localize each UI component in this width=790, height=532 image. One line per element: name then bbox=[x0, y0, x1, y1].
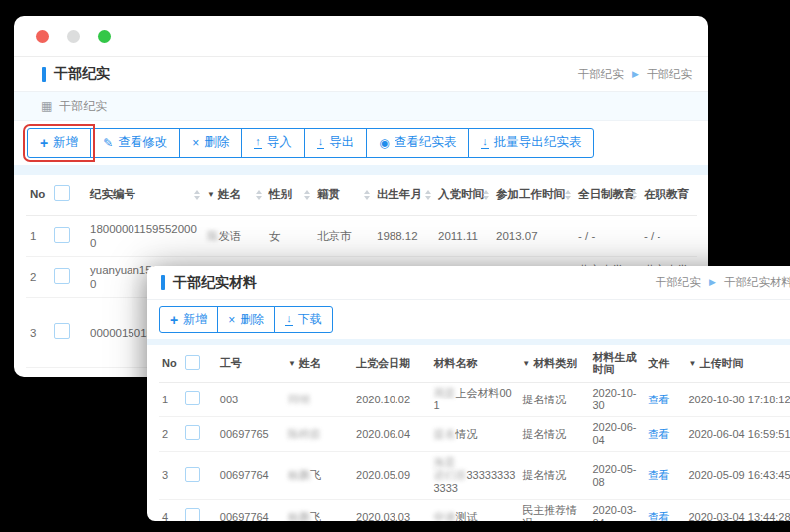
sort-icon[interactable] bbox=[565, 190, 571, 200]
import-button[interactable]: ↑导入 bbox=[241, 128, 305, 158]
table-cell: 提名情况 bbox=[519, 417, 589, 452]
row-checkbox[interactable] bbox=[185, 508, 200, 521]
table-cell: 民主推荐情况 bbox=[519, 500, 589, 522]
add-button[interactable]: +新增 bbox=[27, 128, 91, 158]
column-header-label: 姓名 bbox=[299, 357, 321, 369]
view-file-link[interactable]: 查看 bbox=[648, 394, 669, 405]
table-cell: 杨鹏飞 bbox=[285, 452, 353, 500]
column-header: No bbox=[26, 175, 50, 216]
table-cell: 同明 bbox=[285, 383, 353, 417]
breadcrumb-item[interactable]: 干部纪实 bbox=[578, 68, 624, 80]
table-cell: 陈梓弈 bbox=[285, 417, 353, 452]
table-cell: 陈发语 bbox=[203, 216, 265, 257]
redacted-text: 海是 bbox=[433, 456, 455, 468]
column-header: No bbox=[159, 345, 182, 383]
sort-icon[interactable] bbox=[194, 190, 200, 200]
view-file-link[interactable]: 查看 bbox=[648, 469, 669, 481]
column-header: 全日制教育 bbox=[574, 175, 640, 216]
table-cell: 3 bbox=[26, 298, 50, 368]
column-header-label: 全日制教育 bbox=[578, 188, 636, 200]
breadcrumb-item-current: 干部纪实材料 bbox=[724, 276, 790, 288]
filter-icon[interactable]: ▼ bbox=[207, 190, 215, 199]
table-cell: - / - bbox=[640, 216, 697, 257]
filter-icon[interactable]: ▼ bbox=[522, 359, 530, 368]
cell-text: 测试 bbox=[455, 511, 477, 522]
row-checkbox[interactable] bbox=[185, 391, 200, 405]
breadcrumb-item[interactable]: 干部纪实 bbox=[656, 276, 701, 288]
batch-export-record-table-button-label: 批量导出纪实表 bbox=[494, 134, 582, 151]
table-cell: 003 bbox=[217, 383, 285, 417]
column-header-label: 上党会日期 bbox=[356, 357, 410, 369]
filter-icon[interactable]: ▼ bbox=[288, 359, 296, 368]
delete-button[interactable]: ×删除 bbox=[217, 306, 275, 333]
view-edit-button[interactable]: ✎查看修改 bbox=[90, 128, 180, 158]
table-row: 400697764杨鹏飞2020.03.03申请测试民主推荐情况2020-03-… bbox=[159, 500, 790, 522]
column-header-label: 文件 bbox=[648, 357, 669, 369]
title-accent-bar bbox=[42, 67, 46, 82]
column-header: 籍贯 bbox=[313, 175, 373, 216]
view-file-link[interactable]: 查看 bbox=[648, 511, 669, 522]
download-icon: ↓ bbox=[481, 136, 489, 149]
table-cell: 周是上会材料001 bbox=[430, 383, 519, 417]
column-header-label: 入党时间 bbox=[438, 188, 484, 200]
row-checkbox[interactable] bbox=[54, 323, 70, 339]
download-button[interactable]: ↓下载 bbox=[274, 306, 333, 333]
view-file-link[interactable]: 查看 bbox=[648, 428, 669, 440]
redacted-text: 周是 bbox=[433, 387, 455, 399]
sort-icon[interactable] bbox=[304, 190, 310, 200]
table-cell: 00697764 bbox=[217, 500, 285, 522]
grid-icon: ▦ bbox=[41, 99, 52, 113]
file-cell: 查看 bbox=[645, 500, 685, 522]
column-header: 入党时间 bbox=[434, 175, 492, 216]
row-checkbox[interactable] bbox=[54, 227, 70, 243]
column-header: ▼姓名 bbox=[203, 175, 265, 216]
minimize-button[interactable] bbox=[67, 30, 80, 43]
row-checkbox[interactable] bbox=[185, 467, 200, 482]
breadcrumb-arrow-icon: ▶ bbox=[709, 277, 716, 287]
view-edit-button-label: 查看修改 bbox=[118, 134, 167, 151]
section-label: 干部纪实 bbox=[59, 98, 107, 115]
download-icon: ↓ bbox=[317, 136, 325, 149]
add-button[interactable]: +新增 bbox=[159, 306, 218, 333]
column-header-label: No bbox=[162, 357, 177, 369]
table-cell: 2020-03-04 bbox=[589, 500, 645, 522]
upload-icon: ↑ bbox=[254, 136, 262, 149]
column-header: 材料名称 bbox=[430, 345, 519, 383]
file-cell: 查看 bbox=[645, 383, 685, 417]
column-header: ▼姓名 bbox=[285, 345, 353, 383]
batch-export-record-table-button[interactable]: ↓批量导出纪实表 bbox=[468, 128, 594, 158]
close-button[interactable] bbox=[36, 30, 49, 43]
view-record-table-button[interactable]: ◉查看纪实表 bbox=[366, 128, 469, 158]
sort-icon[interactable] bbox=[425, 190, 431, 200]
sort-icon[interactable] bbox=[483, 190, 489, 200]
table-row: 1180000011595520000陈发语女北京市1988.122011.11… bbox=[26, 216, 697, 257]
export-button[interactable]: ↓导出 bbox=[304, 128, 368, 158]
table-cell: 2 bbox=[26, 257, 50, 298]
table-cell: 2013.07 bbox=[492, 216, 574, 257]
filter-icon[interactable]: ▼ bbox=[688, 359, 696, 368]
cell-text: 飞 bbox=[310, 469, 321, 481]
select-all-checkbox[interactable] bbox=[185, 355, 200, 370]
breadcrumb-arrow-icon: ▶ bbox=[632, 69, 639, 79]
delete-button[interactable]: ×删除 bbox=[179, 128, 242, 158]
checkbox-cell bbox=[50, 368, 86, 378]
table-cell: 2020-03-04 13:44:28 bbox=[685, 500, 790, 522]
column-header: 工号 bbox=[217, 345, 285, 383]
checkbox-cell bbox=[50, 216, 86, 257]
column-header-label: 纪实编号 bbox=[90, 188, 135, 200]
sort-icon[interactable] bbox=[631, 190, 637, 200]
maximize-button[interactable] bbox=[98, 30, 111, 43]
table-cell: 北京市 bbox=[313, 216, 373, 257]
header-checkbox-cell bbox=[50, 175, 86, 216]
row-checkbox[interactable] bbox=[54, 268, 70, 284]
select-all-checkbox[interactable] bbox=[54, 185, 70, 201]
checkbox-cell bbox=[50, 257, 86, 298]
redacted-text: 杨鹏 bbox=[288, 469, 310, 481]
table-cell: 提名情况 bbox=[430, 417, 519, 452]
sort-icon[interactable] bbox=[256, 190, 262, 200]
sort-icon[interactable] bbox=[364, 190, 370, 200]
edit-icon: ✎ bbox=[103, 137, 113, 149]
table-cell: 1 bbox=[26, 216, 50, 257]
table-cell: 申请测试 bbox=[430, 500, 519, 522]
row-checkbox[interactable] bbox=[185, 425, 200, 440]
